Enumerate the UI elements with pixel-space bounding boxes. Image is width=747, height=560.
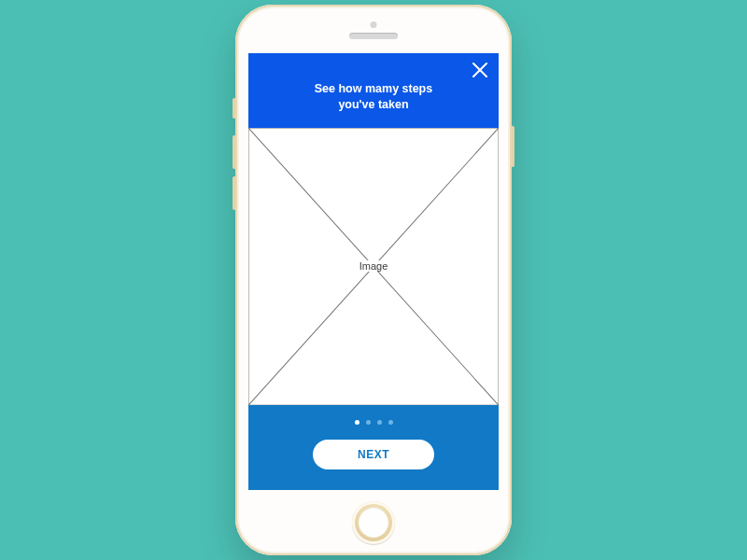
pager-dot-4[interactable] [388,420,393,425]
home-button[interactable] [352,501,395,544]
pager-dot-1[interactable] [355,420,359,425]
pager-dot-2[interactable] [366,420,371,425]
page-indicator [355,420,393,425]
power-button [512,126,514,167]
close-icon[interactable] [471,61,489,79]
volume-down-button [233,176,235,210]
pager-dot-3[interactable] [377,420,382,425]
onboarding-title: See how mamy steps you've taken [260,81,487,113]
title-line-2: you've taken [338,98,408,111]
screen: See how mamy steps you've taken Image NE… [248,53,499,490]
earpiece-speaker [349,33,398,39]
title-line-1: See how mamy steps [315,82,432,95]
onboarding-header: See how mamy steps you've taken [248,53,499,128]
phone-frame: See how mamy steps you've taken Image NE… [235,5,512,555]
next-button[interactable]: NEXT [313,440,434,469]
camera-dot [371,21,377,28]
mute-switch [233,98,235,119]
image-placeholder: Image [248,128,499,405]
onboarding-footer: NEXT [248,405,499,490]
image-placeholder-label: Image [356,260,392,272]
volume-up-button [233,135,235,169]
